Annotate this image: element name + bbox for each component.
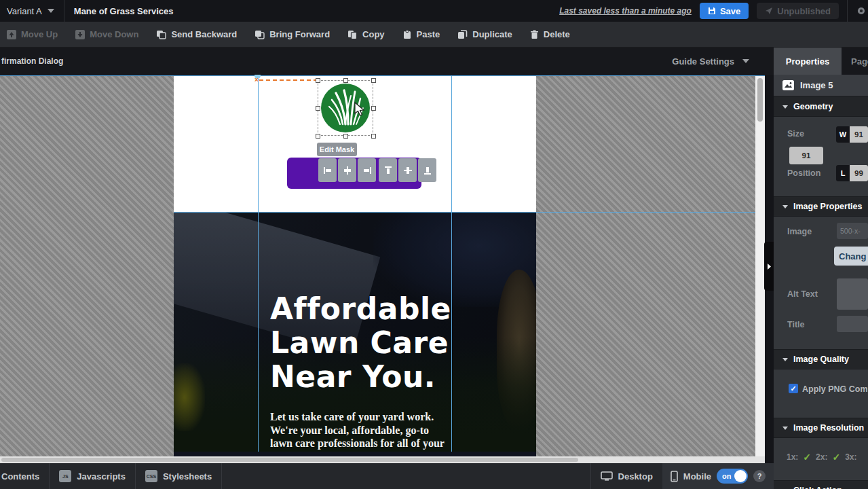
tab-page[interactable]: Page	[842, 48, 868, 75]
vertical-guide-left[interactable]	[258, 76, 259, 452]
align-middle-vertical-button[interactable]	[398, 158, 417, 182]
chevron-down-icon	[782, 105, 788, 109]
duplicate-label: Duplicate	[472, 29, 512, 39]
hero-body-line: We're your local, affordable, go-to	[270, 424, 445, 437]
align-left-button[interactable]	[318, 158, 337, 182]
preview-eye-icon[interactable]	[856, 3, 867, 19]
tab-javascripts[interactable]: JS Javascripts	[50, 463, 136, 489]
properties-panel: Properties Page Image 5 Geometry Size W …	[774, 48, 868, 489]
mobile-label: Mobile	[683, 471, 711, 482]
align-top-button[interactable]	[379, 158, 397, 182]
align-center-horizontal-icon	[343, 166, 352, 175]
image-filename-input[interactable]: 500-x-	[837, 223, 868, 239]
page-title: Mane of Grass Services	[64, 6, 174, 16]
edit-mask-button[interactable]: Edit Mask	[317, 143, 357, 156]
section-image-quality[interactable]: Image Quality	[774, 349, 868, 369]
monitor-icon	[601, 471, 613, 482]
canvas-horizontal-scrollbar[interactable]	[0, 456, 765, 463]
copy-label: Copy	[362, 29, 385, 39]
device-switcher: Desktop Mobile on ?	[590, 463, 774, 489]
bring-forward-button[interactable]: Bring Forward	[254, 29, 330, 39]
section-geometry[interactable]: Geometry	[774, 96, 868, 117]
alt-text-input[interactable]	[837, 278, 868, 310]
section-image-properties[interactable]: Image Properties	[774, 196, 868, 217]
canvas-margin-right	[536, 76, 755, 456]
desktop-label: Desktop	[618, 471, 653, 482]
duplicate-button[interactable]: Duplicate	[457, 29, 512, 39]
editor-canvas[interactable]: Affordable Lawn Care Near You. Let us ta…	[0, 75, 774, 463]
align-center-horizontal-button[interactable]	[338, 158, 356, 182]
paste-button[interactable]: Paste	[402, 29, 440, 39]
copy-button[interactable]: Copy	[347, 29, 385, 39]
align-right-button[interactable]	[358, 158, 376, 182]
align-right-icon	[362, 166, 372, 175]
help-button[interactable]: ?	[753, 470, 766, 482]
selection-row-outline	[259, 79, 318, 81]
height-input[interactable]: 91	[789, 147, 823, 164]
title-label: Title	[787, 320, 804, 329]
paste-icon	[402, 30, 412, 39]
hero-body-text[interactable]: Let us take care of your yard work. We'r…	[270, 410, 445, 452]
send-backward-button[interactable]: Send Backward	[156, 29, 237, 39]
resize-handle-se[interactable]	[371, 134, 376, 139]
vertical-guide-right[interactable]	[451, 76, 452, 452]
horizontal-guide-top[interactable]	[0, 75, 765, 76]
resize-handle-s[interactable]	[343, 134, 348, 139]
resolution-row: 1x: ✓ 2x: ✓ 3x:	[787, 452, 868, 463]
bring-forward-icon	[254, 30, 265, 39]
page-tab-label: Page	[851, 56, 868, 67]
section-image-resolution[interactable]: Image Resolution	[774, 418, 868, 438]
section-click-action[interactable]: Click Action	[774, 480, 868, 489]
width-input[interactable]: 91	[850, 126, 868, 143]
edit-mask-label: Edit Mask	[320, 145, 354, 153]
bring-forward-label: Bring Forward	[269, 29, 330, 39]
resize-handle-nw[interactable]	[316, 78, 320, 83]
tab-properties[interactable]: Properties	[774, 48, 842, 75]
resize-handle-sw[interactable]	[316, 134, 320, 139]
resize-handle-w[interactable]	[316, 106, 320, 111]
resize-handle-n[interactable]	[343, 78, 348, 83]
save-button[interactable]: Save	[700, 3, 749, 19]
size-label: Size	[787, 129, 804, 139]
left-position-input[interactable]: 99	[850, 165, 868, 181]
send-backward-icon	[156, 30, 166, 39]
hero-body-line: lawn care professionals for all of your	[270, 437, 445, 450]
delete-button[interactable]: Delete	[530, 29, 570, 39]
image-quality-header-label: Image Quality	[793, 355, 849, 364]
canvas-margin-left	[0, 76, 174, 456]
move-down-button[interactable]: Move Down	[75, 29, 138, 39]
variant-selector[interactable]: Variant A	[0, 0, 64, 22]
edit-toolbar: Move Up Move Down Send Backward Bring Fo…	[0, 22, 868, 48]
image-properties-header-label: Image Properties	[793, 202, 862, 211]
resize-handle-ne[interactable]	[371, 78, 376, 83]
hero-section[interactable]: Affordable Lawn Care Near You. Let us ta…	[174, 212, 536, 452]
tab-stylesheets[interactable]: CSS Stylesheets	[136, 463, 222, 489]
scrollbar-thumb[interactable]	[757, 78, 763, 122]
css-file-icon: CSS	[145, 470, 157, 482]
hero-headline[interactable]: Affordable Lawn Care Near You.	[270, 292, 451, 394]
png-compression-checkbox[interactable]: ✓	[789, 384, 798, 393]
unpublished-button[interactable]: Unpublished	[757, 3, 839, 19]
guide-settings-dropdown[interactable]: Guide Settings	[672, 56, 774, 67]
duplicate-icon	[457, 30, 468, 39]
desktop-view-button[interactable]: Desktop	[590, 463, 662, 489]
variant-label: Variant A	[7, 6, 42, 16]
move-up-button[interactable]: Move Up	[7, 29, 58, 39]
change-image-button[interactable]: Chang	[834, 247, 868, 266]
position-label: Position	[787, 168, 820, 178]
align-bottom-button[interactable]	[418, 158, 436, 182]
canvas-vertical-scrollbar[interactable]	[755, 76, 765, 456]
breadcrumb[interactable]: firmation Dialog	[0, 56, 63, 66]
tab-contents[interactable]: Contents	[0, 463, 50, 489]
horizontal-guide-section[interactable]	[174, 212, 755, 213]
save-button-label: Save	[720, 6, 740, 16]
paste-label: Paste	[417, 29, 440, 39]
mobile-toggle[interactable]: on	[717, 469, 748, 484]
mobile-view-group: Mobile on ?	[662, 463, 774, 489]
resize-handle-e[interactable]	[371, 106, 376, 111]
panel-collapse-handle[interactable]	[764, 242, 774, 291]
hero-body-line: Let us take care of your yard work.	[270, 410, 445, 424]
last-saved-status[interactable]: Last saved less than a minute ago	[559, 6, 692, 16]
scrollbar-thumb[interactable]	[1, 458, 578, 462]
title-input[interactable]	[837, 316, 868, 332]
